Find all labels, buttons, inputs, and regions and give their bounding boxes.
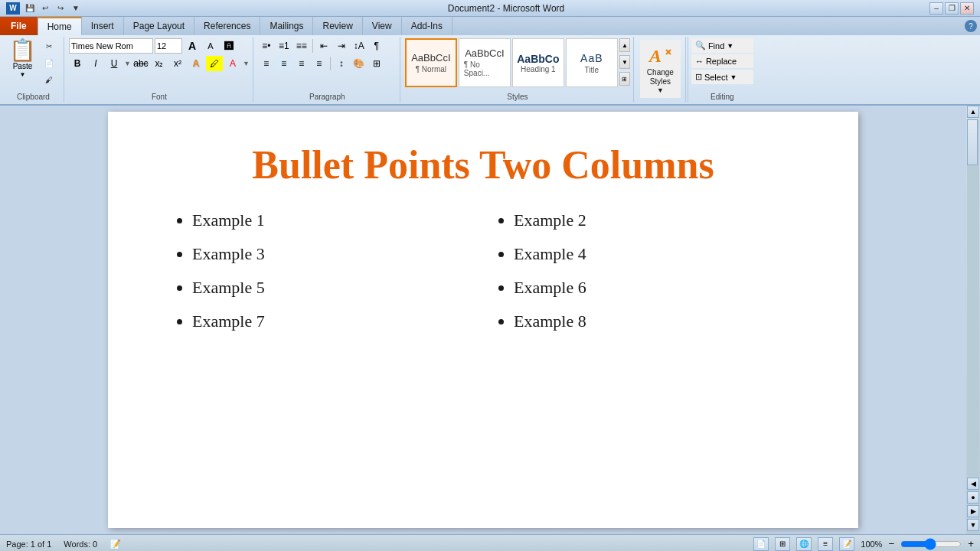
tab-add-ins[interactable]: Add-Ins [402, 17, 452, 35]
style-title[interactable]: AaB Title [566, 38, 618, 87]
underline-button[interactable]: U [106, 56, 122, 71]
tab-view[interactable]: View [363, 17, 402, 35]
style-normal-label: ¶ Normal [416, 65, 446, 73]
clipboard-group-content: 📋 Paste ▼ ✂ 📄 🖌 [6, 38, 60, 101]
subscript-button[interactable]: x₂ [151, 56, 168, 71]
multilevel-list-button[interactable]: ≡≡ [293, 38, 310, 54]
document-canvas: Bullet Points Two Columns Example 1 Exam… [0, 106, 966, 534]
increase-indent-button[interactable]: ⇥ [333, 38, 350, 54]
scroll-page-indicator[interactable]: ● [967, 491, 979, 504]
outline-view-button[interactable]: ≡ [818, 537, 833, 551]
scroll-prev-page[interactable]: ◀ [967, 478, 979, 490]
cut-button[interactable]: ✂ [41, 38, 57, 54]
scroll-down-button[interactable]: ▼ [967, 519, 979, 531]
font-color-button[interactable]: A [224, 56, 241, 71]
proofing-button[interactable]: 📝 [109, 539, 121, 549]
styles-scroll: ▲ ▼ ⊞ [619, 38, 630, 86]
paste-button[interactable]: 📋 Paste ▼ [6, 38, 39, 80]
replace-label: Replace [706, 57, 737, 66]
style-normal[interactable]: AaBbCcI ¶ Normal [405, 38, 457, 87]
copy-button[interactable]: 📄 [41, 55, 57, 70]
style-no-spacing[interactable]: AaBbCcI ¶ No Spaci... [459, 38, 511, 87]
styles-more[interactable]: ⊞ [619, 72, 630, 86]
draft-view-button[interactable]: 📝 [839, 537, 854, 551]
font-name-input[interactable] [69, 38, 153, 54]
zoom-out-button[interactable]: − [888, 538, 894, 549]
numbering-button[interactable]: ≡1 [276, 38, 292, 54]
find-button[interactable]: 🔍 Find ▼ [691, 38, 753, 53]
align-left-button[interactable]: ≡ [258, 56, 275, 71]
font-grow-button[interactable]: A [184, 38, 201, 54]
vertical-scrollbar[interactable]: ▲ ◀ ● ▶ ▼ [966, 106, 980, 534]
styles-group-content: AaBbCcI ¶ Normal AaBbCcI ¶ No Spaci... A… [405, 38, 630, 98]
borders-button[interactable]: ⊞ [368, 56, 385, 71]
minimize-button[interactable]: – [929, 2, 943, 15]
redo-button[interactable]: ↪ [54, 2, 67, 15]
style-heading1[interactable]: AaBbCo Heading 1 [512, 38, 564, 87]
text-effects-button[interactable]: A [188, 56, 204, 71]
select-button[interactable]: ⊡ Select ▼ [691, 70, 753, 84]
tab-references[interactable]: References [194, 17, 260, 35]
shading-button[interactable]: 🎨 [351, 56, 368, 71]
text-highlight-button[interactable]: 🖊 [206, 56, 223, 71]
tab-mailings[interactable]: Mailings [260, 17, 313, 35]
editing-buttons: 🔍 Find ▼ ↔ Replace ⊡ Select ▼ [691, 38, 753, 95]
select-dropdown: ▼ [730, 73, 737, 81]
replace-button[interactable]: ↔ Replace [691, 54, 753, 68]
decrease-indent-button[interactable]: ⇤ [315, 38, 332, 54]
style-title-preview: AaB [580, 52, 603, 64]
quick-access-dropdown[interactable]: ▼ [69, 2, 83, 15]
styles-scroll-up[interactable]: ▲ [619, 38, 630, 52]
web-layout-view-button[interactable]: 🌐 [796, 537, 812, 551]
justify-button[interactable]: ≡ [311, 56, 328, 71]
align-center-button[interactable]: ≡ [276, 56, 292, 71]
font-shrink-button[interactable]: A [202, 38, 219, 54]
editing-group: 🔍 Find ▼ ↔ Replace ⊡ Select ▼ Editing [688, 37, 756, 103]
app-title: Document2 - Microsoft Word [83, 3, 929, 14]
zoom-in-button[interactable]: + [968, 538, 974, 549]
line-spacing-button[interactable]: ↕ [333, 56, 350, 71]
document-area: Bullet Points Two Columns Example 1 Exam… [0, 106, 980, 534]
bullets-button[interactable]: ≡• [258, 38, 275, 54]
strikethrough-button[interactable]: abc [132, 56, 149, 71]
sort-button[interactable]: ↕A [351, 38, 368, 54]
styles-scroll-down[interactable]: ▼ [619, 55, 630, 69]
list-item: Example 8 [514, 311, 797, 331]
save-button[interactable]: 💾 [23, 2, 37, 15]
tab-insert[interactable]: Insert [82, 17, 124, 35]
tab-review[interactable]: Review [313, 17, 362, 35]
document-page[interactable]: Bullet Points Two Columns Example 1 Exam… [108, 112, 858, 528]
close-button[interactable]: ✕ [960, 2, 974, 15]
clear-formatting-button[interactable]: 🅰 [220, 38, 237, 54]
italic-button[interactable]: I [87, 56, 104, 71]
tab-page-layout[interactable]: Page Layout [124, 17, 194, 35]
select-label: Select [704, 73, 728, 82]
zoom-level: 100% [861, 540, 882, 549]
scroll-next-page[interactable]: ▶ [967, 505, 979, 517]
font-label: Font [66, 93, 253, 101]
scroll-thumb[interactable] [967, 119, 978, 165]
change-styles-button[interactable]: A ChangeStyles ▼ [640, 40, 681, 98]
scroll-up-button[interactable]: ▲ [967, 106, 979, 118]
scroll-track[interactable] [967, 119, 979, 476]
tab-home[interactable]: Home [38, 17, 82, 35]
restore-button[interactable]: ❐ [945, 2, 959, 15]
superscript-button[interactable]: x² [169, 56, 186, 71]
bold-button[interactable]: B [69, 56, 86, 71]
styles-label: Styles [402, 93, 633, 101]
tab-file[interactable]: File [0, 17, 38, 35]
full-screen-view-button[interactable]: ⊞ [775, 537, 790, 551]
undo-button[interactable]: ↩ [38, 2, 52, 15]
format-painter-button[interactable]: 🖌 [41, 72, 57, 87]
paragraph-label: Paragraph [255, 93, 400, 101]
ribbon-help-button[interactable]: ? [965, 20, 977, 32]
font-size-input[interactable] [155, 38, 182, 54]
window-controls: – ❐ ✕ [929, 2, 974, 15]
show-formatting-button[interactable]: ¶ [368, 38, 385, 54]
zoom-slider[interactable] [900, 540, 962, 548]
font-group-content: A A 🅰 B I U ▼ abc x₂ x² A 🖊 A ▼ [69, 38, 250, 101]
print-layout-view-button[interactable]: 📄 [753, 537, 769, 551]
style-title-label: Title [585, 66, 599, 74]
list-item: Example 1 [192, 210, 475, 230]
align-right-button[interactable]: ≡ [293, 56, 310, 71]
